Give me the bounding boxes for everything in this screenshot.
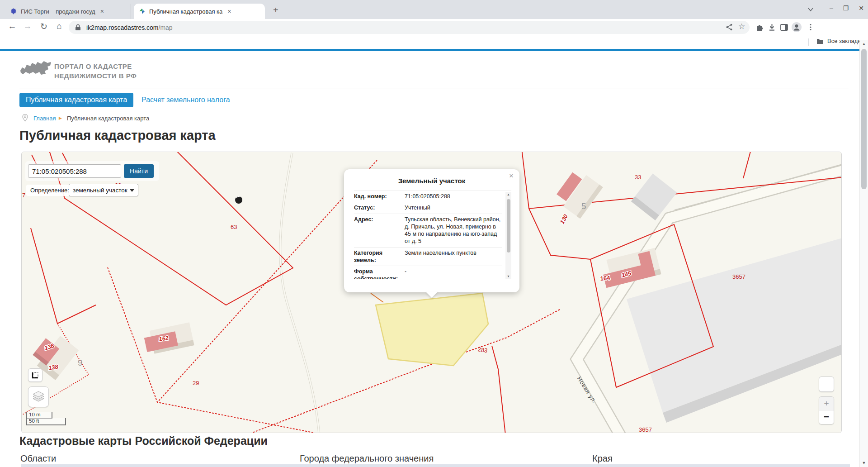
home-icon[interactable]: ⌂: [53, 21, 65, 31]
map-extra-button[interactable]: [819, 376, 834, 392]
popup-close-icon[interactable]: ×: [509, 172, 514, 181]
tab-public-cadastral-map[interactable]: Публичная кадастровая карта: [19, 93, 133, 107]
portal-brand-text: ПОРТАЛ О КАДАСТРЕ НЕДВИЖИМОСТИ В РФ: [54, 62, 137, 81]
header-divider: [19, 89, 849, 89]
house-number-label: 9: [78, 358, 83, 367]
tab-cadastral-map[interactable]: Публичная кадастровая ка ×: [134, 4, 265, 19]
share-icon[interactable]: [725, 23, 733, 31]
breadcrumb-current: Публичная кадастровая карта: [67, 115, 149, 122]
bookmarks-bar: Все закладки: [0, 35, 868, 49]
footer-column-kraya[interactable]: Края: [592, 453, 613, 464]
popup-row: Кад. номер:71:05:020505:288: [354, 191, 502, 202]
page-scrollbar-thumb[interactable]: [861, 49, 867, 189]
measure-tool-button[interactable]: [28, 368, 42, 382]
forward-icon[interactable]: →: [22, 21, 33, 31]
tab-title: Публичная кадастровая ка: [149, 8, 222, 15]
object-type-selected-value: земельный участок: [73, 187, 127, 194]
scroll-down-icon[interactable]: ▼: [505, 275, 511, 278]
reload-icon[interactable]: ↻: [38, 21, 50, 32]
url-text: ik2map.roscadastres.com/map: [86, 24, 173, 31]
attr-label: Адрес:: [354, 216, 402, 245]
attr-value: 71:05:020505:288: [405, 193, 502, 200]
popup-attributes: Кад. номер:71:05:020505:288 Статус:Учтен…: [354, 191, 511, 279]
footer-column-oblasti[interactable]: Области: [20, 453, 56, 464]
layers-button[interactable]: [28, 386, 49, 407]
popup-row: Адрес:Тульская область, Веневский район,…: [354, 214, 502, 248]
building-number-label: 164: [600, 274, 610, 282]
parcel-number-label: 63: [231, 224, 237, 230]
map-point-marker[interactable]: [235, 196, 242, 204]
tab-land-tax-calc[interactable]: Расчет земельного налога: [142, 96, 230, 104]
profile-avatar[interactable]: [791, 22, 802, 33]
kebab-menu-icon[interactable]: [807, 23, 815, 31]
breadcrumb-pin-icon: [22, 114, 28, 122]
popup-pointer-arrow: [426, 292, 438, 298]
object-type-select[interactable]: земельный участок: [69, 184, 138, 196]
tab-gis-torgi[interactable]: ГИС Торги – продажи госуд ×: [5, 4, 131, 19]
layers-icon: [32, 391, 45, 403]
popup-scrollbar-thumb[interactable]: [507, 199, 510, 253]
back-icon[interactable]: ←: [6, 21, 18, 31]
attr-label: Кад. номер:: [354, 193, 402, 200]
attr-label: Категория земель:: [354, 249, 402, 264]
url-path: /map: [159, 24, 173, 31]
zoom-in-button[interactable]: +: [819, 397, 834, 410]
search-button[interactable]: Найти: [124, 164, 154, 178]
attr-value: Учтенный: [405, 204, 502, 211]
attr-value: Земли населенных пунктов: [405, 249, 502, 264]
folder-icon: [816, 38, 824, 44]
tab-close-icon[interactable]: ×: [226, 8, 232, 15]
breadcrumb-home-link[interactable]: Главная: [33, 115, 56, 122]
browser-tab-strip: ГИС Торги – продажи госуд × Публичная ка…: [0, 0, 868, 19]
parcel-number-label: 33: [635, 174, 641, 181]
zoom-out-button[interactable]: −: [819, 410, 834, 424]
tab-close-icon[interactable]: ×: [99, 8, 105, 15]
parcel-number-label: 7: [22, 192, 25, 199]
breadcrumb-arrow-icon: ▶: [59, 116, 62, 120]
map-scale-control: 10 m 50 ft: [26, 412, 66, 425]
popup-row: Форма собственности:-: [354, 266, 502, 279]
window-close-button[interactable]: ✕: [855, 5, 867, 12]
all-bookmarks-label: Все закладки: [827, 38, 863, 44]
window-chevron-down-icon[interactable]: [805, 7, 816, 12]
parcel-number-label: 3657: [732, 273, 745, 280]
popup-row: Статус:Учтенный: [354, 202, 502, 214]
site-top-accent-bar: [0, 49, 868, 51]
new-tab-button[interactable]: +: [273, 5, 278, 14]
attr-label: Статус:: [354, 204, 402, 211]
scroll-up-icon[interactable]: ▲: [505, 193, 511, 196]
gis-torgi-favicon-eagle-icon: [10, 8, 17, 15]
url-host: ik2map.roscadastres.com: [86, 24, 159, 31]
bookmark-star-icon[interactable]: ☆: [738, 22, 745, 31]
side-panel-icon[interactable]: [780, 23, 788, 32]
parcel-info-popup: × Земельный участок Кад. номер:71:05:020…: [344, 169, 519, 292]
lock-icon: [75, 24, 81, 31]
attr-label: Форма собственности:: [354, 268, 402, 279]
building-number-label: 162: [158, 334, 169, 343]
cadastral-search-input[interactable]: [28, 164, 121, 178]
scrollbar-down-icon[interactable]: ▼: [860, 461, 868, 465]
browser-toolbar: ← → ↻ ⌂ ik2map.roscadastres.com/map ☆: [0, 19, 868, 35]
extensions-puzzle-icon[interactable]: [755, 23, 764, 32]
window-maximize-button[interactable]: ❐: [840, 5, 852, 12]
tab-title: ГИС Торги – продажи госуд: [21, 8, 95, 15]
parcel-number-label: 3657: [639, 426, 652, 433]
chevron-down-icon: [130, 189, 134, 192]
download-icon[interactable]: [768, 23, 776, 32]
popup-scrollbar[interactable]: ▲ ▼: [505, 192, 511, 279]
cadastral-map[interactable]: 29 7 63 29 283 3657 3657 33 5 9 138 138 …: [21, 152, 842, 433]
address-bar[interactable]: ik2map.roscadastres.com/map: [69, 21, 750, 34]
all-bookmarks-button[interactable]: Все закладки: [816, 38, 863, 44]
footer-panel-edge: [21, 464, 850, 467]
footer-column-federal-cities[interactable]: Города федерального значения: [300, 453, 434, 464]
scrollbar-up-icon[interactable]: ▲: [860, 42, 868, 46]
attr-value: -: [405, 268, 502, 279]
popup-row: Категория земель:Земли населенных пункто…: [354, 248, 502, 267]
parcel-number-label: 29: [193, 380, 199, 386]
portal-logo-russia-map: [19, 58, 52, 81]
page-scrollbar[interactable]: ▲ ▼: [859, 40, 868, 467]
popup-title: Земельный участок: [344, 177, 519, 185]
house-number-label: 5: [581, 201, 586, 211]
footer-heading: Кадастровые карты Российской Федерации: [19, 434, 268, 448]
window-minimize-button[interactable]: –: [826, 5, 837, 12]
